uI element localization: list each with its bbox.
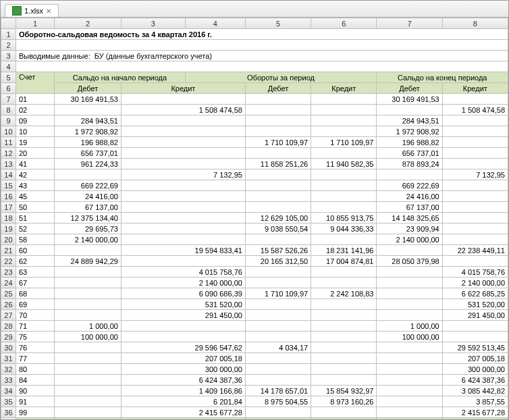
account-code[interactable]: 71: [16, 321, 54, 332]
closing-credit[interactable]: 4 015 758,76: [442, 267, 508, 278]
account-code[interactable]: 02: [16, 105, 54, 115]
opening-credit[interactable]: [121, 115, 245, 126]
turnover-debit[interactable]: [245, 278, 311, 288]
table-row[interactable]: 1341961 224,3311 858 251,2611 940 582,35…: [1, 159, 508, 169]
closing-credit[interactable]: 6 622 685,25: [442, 288, 508, 299]
closing-credit[interactable]: 531 520,00: [442, 299, 508, 310]
opening-credit[interactable]: [121, 213, 245, 224]
turnover-credit[interactable]: [311, 105, 377, 115]
turnover-debit[interactable]: [245, 375, 311, 386]
turnover-debit[interactable]: [245, 202, 311, 213]
row-header[interactable]: 19: [1, 224, 16, 234]
opening-credit[interactable]: [121, 159, 245, 169]
closing-debit[interactable]: [377, 407, 442, 418]
table-row[interactable]: 28711 000,001 000,00: [1, 321, 508, 332]
opening-debit[interactable]: 1 972 908,92: [55, 126, 122, 137]
turnover-credit[interactable]: [311, 169, 377, 180]
turnover-debit[interactable]: [245, 407, 311, 418]
closing-debit[interactable]: [377, 342, 442, 353]
turnover-credit[interactable]: [311, 353, 377, 364]
closing-debit[interactable]: 24 416,00: [377, 191, 442, 202]
turnover-debit[interactable]: [245, 364, 311, 375]
opening-debit[interactable]: [55, 288, 122, 299]
turnover-debit[interactable]: [245, 169, 311, 180]
turnover-credit[interactable]: [311, 148, 377, 159]
opening-debit[interactable]: [55, 342, 122, 353]
table-row[interactable]: 164524 416,0024 416,00: [1, 191, 508, 202]
opening-debit[interactable]: [55, 278, 122, 288]
col-header[interactable]: 8: [442, 18, 508, 29]
turnover-debit[interactable]: 1 710 109,97: [245, 288, 311, 299]
table-row[interactable]: 10101 972 908,921 972 908,92: [1, 126, 508, 137]
opening-credit[interactable]: 6 424 387,36: [121, 375, 245, 386]
closing-debit[interactable]: 1 972 908,92: [377, 126, 442, 137]
opening-debit[interactable]: [55, 299, 122, 310]
row-header[interactable]: 29: [1, 332, 16, 342]
closing-debit[interactable]: [377, 386, 442, 396]
turnover-debit[interactable]: 8 975 504,55: [245, 396, 311, 407]
col-header[interactable]: 1: [16, 18, 54, 29]
row-header[interactable]: 7: [1, 94, 16, 105]
closing-credit[interactable]: [442, 126, 508, 137]
closing-debit[interactable]: [377, 169, 442, 180]
turnover-credit[interactable]: 8 973 160,26: [311, 396, 377, 407]
turnover-debit[interactable]: 15 587 526,26: [245, 245, 311, 256]
turnover-debit[interactable]: [245, 148, 311, 159]
table-row[interactable]: 216019 594 833,4115 587 526,2618 231 141…: [1, 245, 508, 256]
turnover-credit[interactable]: [311, 94, 377, 105]
account-code[interactable]: 75: [16, 332, 54, 342]
turnover-credit[interactable]: 2 242 108,83: [311, 288, 377, 299]
row-header[interactable]: 13: [1, 159, 16, 169]
closing-credit[interactable]: [442, 115, 508, 126]
opening-debit[interactable]: 2 140 000,00: [55, 234, 122, 245]
row-header[interactable]: 11: [1, 137, 16, 148]
opening-credit[interactable]: [121, 224, 245, 234]
opening-credit[interactable]: [121, 180, 245, 191]
closing-debit[interactable]: 23 909,94: [377, 224, 442, 234]
opening-debit[interactable]: 961 224,33: [55, 159, 122, 169]
opening-debit[interactable]: 656 737,01: [55, 148, 122, 159]
closing-debit[interactable]: [377, 245, 442, 256]
table-row[interactable]: 1543669 222,69669 222,69: [1, 180, 508, 191]
account-code[interactable]: 76: [16, 342, 54, 353]
closing-credit[interactable]: 2 140 000,00: [442, 278, 508, 288]
row-header[interactable]: 32: [1, 364, 16, 375]
row-header[interactable]: 37: [1, 418, 16, 421]
turnover-credit[interactable]: 9 044 336,33: [311, 224, 377, 234]
closing-credit[interactable]: [442, 256, 508, 267]
closing-debit[interactable]: 196 988,82: [377, 137, 442, 148]
turnover-debit[interactable]: [245, 310, 311, 321]
account-code[interactable]: 62: [16, 256, 54, 267]
closing-credit[interactable]: 6 424 387,36: [442, 375, 508, 386]
turnover-debit[interactable]: [245, 353, 311, 364]
opening-credit[interactable]: [121, 321, 245, 332]
turnover-credit[interactable]: [311, 191, 377, 202]
account-code[interactable]: 43: [16, 180, 54, 191]
table-row[interactable]: 2975100 000,00100 000,00: [1, 332, 508, 342]
closing-credit[interactable]: [442, 159, 508, 169]
row-header[interactable]: 26: [1, 299, 16, 310]
opening-credit[interactable]: 29 596 547,62: [121, 342, 245, 353]
row-header[interactable]: 3: [1, 51, 16, 61]
closing-credit[interactable]: [442, 202, 508, 213]
opening-credit[interactable]: 19 594 833,41: [121, 245, 245, 256]
row-header[interactable]: 14: [1, 169, 16, 180]
closing-debit[interactable]: [377, 310, 442, 321]
closing-credit[interactable]: 207 005,18: [442, 353, 508, 364]
account-code[interactable]: 60: [16, 245, 54, 256]
closing-credit[interactable]: 2 415 677,28: [442, 407, 508, 418]
closing-debit[interactable]: 100 000,00: [377, 332, 442, 342]
turnover-debit[interactable]: 1 710 109,97: [245, 137, 311, 148]
closing-credit[interactable]: 22 238 449,11: [442, 245, 508, 256]
account-code[interactable]: 99: [16, 407, 54, 418]
closing-credit[interactable]: 291 450,00: [442, 310, 508, 321]
closing-debit[interactable]: 656 737,01: [377, 148, 442, 159]
account-code[interactable]: 69: [16, 299, 54, 310]
turnover-credit[interactable]: [311, 278, 377, 288]
account-code[interactable]: 91: [16, 396, 54, 407]
closing-debit[interactable]: [377, 396, 442, 407]
row-header[interactable]: 24: [1, 278, 16, 288]
col-header[interactable]: 6: [311, 18, 377, 29]
file-tab[interactable]: 1.xlsx ✕: [5, 4, 59, 17]
opening-credit[interactable]: [121, 148, 245, 159]
